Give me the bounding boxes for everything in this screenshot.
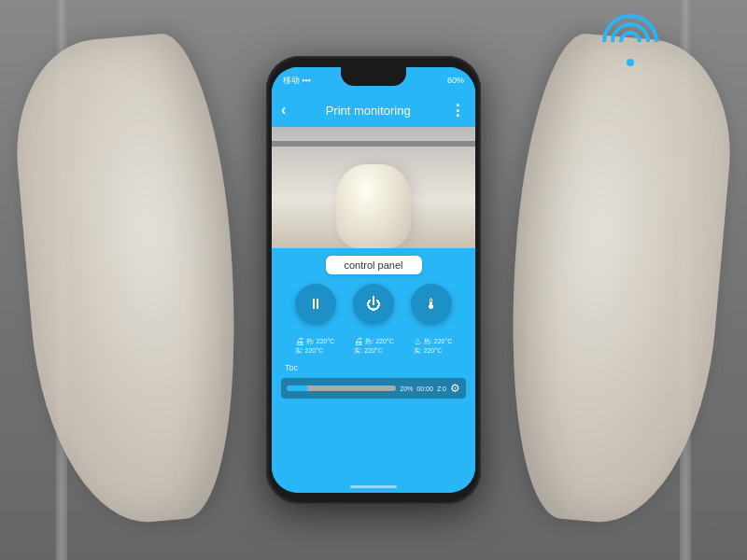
progress-bar-background xyxy=(287,385,396,391)
power-icon: ⏻ xyxy=(366,296,381,313)
signal-icon: ▪▪▪ xyxy=(302,76,311,85)
app-header: ‹ Print monitoring ⋮ xyxy=(272,93,475,127)
camera-feed xyxy=(272,127,475,248)
pause-icon: ⏸ xyxy=(308,296,323,313)
battery-label: 60% xyxy=(447,76,464,85)
status-bar-left: 移动 ▪▪▪ xyxy=(283,75,311,87)
temp-nozzle-2: 🖨 热: 220°C 实: 220°C xyxy=(354,336,393,356)
temp-set-label-bed: 热: 220°C xyxy=(424,337,452,346)
control-section: control panel ⏸ ⏻ 🌡 xyxy=(272,248,475,480)
temp-set-label-2: 热: 220°C xyxy=(365,337,393,346)
wifi-dot xyxy=(627,59,634,66)
menu-button[interactable]: ⋮ xyxy=(450,102,466,119)
progress-section: 20% 00:00 Z:0 ⚙ xyxy=(281,378,466,399)
settings-icon[interactable]: ⚙ xyxy=(450,382,460,395)
action-buttons-row: ⏸ ⏻ 🌡 xyxy=(295,284,452,325)
temp-actual-label-bed: 实: 220°C xyxy=(414,346,442,356)
progress-time: 00:00 xyxy=(416,385,433,392)
progress-z-axis: Z:0 xyxy=(437,385,446,392)
temp-actual-label-2: 实: 220°C xyxy=(354,346,382,356)
home-bar xyxy=(350,485,397,488)
printer-gantry-bar xyxy=(272,141,475,147)
phone-screen: 移动 ▪▪▪ 60% ‹ Print monitoring ⋮ xyxy=(272,67,475,493)
toc-label: Toc xyxy=(285,363,298,372)
nozzle-icon-2: 🖨 xyxy=(354,336,363,346)
pause-button[interactable]: ⏸ xyxy=(295,284,336,325)
print-object-preview xyxy=(336,164,411,248)
temp-actual-label-1: 实: 220°C xyxy=(295,346,323,356)
progress-percentage: 20% xyxy=(400,385,413,392)
temperature-button[interactable]: 🌡 xyxy=(411,284,452,325)
temperature-row: 🖨 热: 220°C 实: 220°C 🖨 热: 220°C xyxy=(281,334,466,357)
nozzle-icon-1: 🖨 xyxy=(295,336,304,346)
phone-notch xyxy=(341,67,406,86)
thermometer-icon: 🌡 xyxy=(424,296,439,313)
phone-body: 移动 ▪▪▪ 60% ‹ Print monitoring ⋮ xyxy=(266,56,481,504)
wifi-icon xyxy=(598,14,663,70)
wing-sculpture-right xyxy=(493,29,740,530)
progress-bar-fill xyxy=(287,385,308,391)
power-button[interactable]: ⏻ xyxy=(353,284,394,325)
phone-device: 移动 ▪▪▪ 60% ‹ Print monitoring ⋮ xyxy=(266,56,481,504)
back-button[interactable]: ‹ xyxy=(281,102,286,119)
bed-heat-icon: ♨ xyxy=(414,336,422,346)
home-indicator xyxy=(272,480,475,493)
wing-sculpture-left xyxy=(7,29,254,530)
status-bar-right: 60% xyxy=(447,76,464,85)
temp-nozzle-1: 🖨 热: 220°C 实: 220°C xyxy=(295,336,334,356)
header-title: Print monitoring xyxy=(326,104,411,118)
carrier-label: 移动 xyxy=(283,75,300,87)
temp-set-label-1: 热: 220°C xyxy=(306,337,334,346)
temp-bed: ♨ 热: 220°C 实: 220°C xyxy=(414,336,452,356)
control-panel-button[interactable]: control panel xyxy=(326,256,422,274)
